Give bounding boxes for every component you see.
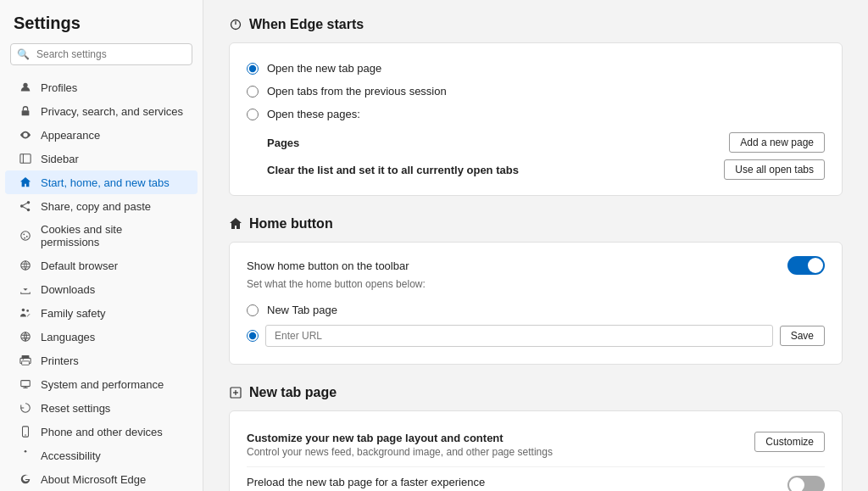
sidebar-label-about: About Microsoft Edge <box>41 473 146 486</box>
new-tab-icon <box>229 386 242 399</box>
pages-row: Pages Add a new page <box>247 126 825 156</box>
sidebar-item-profiles[interactable]: Profiles <box>5 75 198 99</box>
svg-rect-23 <box>22 361 30 365</box>
sidebar-label-reset: Reset settings <box>41 402 110 415</box>
system-icon <box>19 377 32 391</box>
share-icon <box>19 199 32 213</box>
sidebar-icon <box>19 152 32 165</box>
preload-toggle[interactable] <box>787 476 825 491</box>
sidebar-item-share[interactable]: Share, copy and paste <box>5 194 198 218</box>
sidebar-item-about[interactable]: About Microsoft Edge <box>5 467 198 491</box>
home-button-sublabel: Set what the home button opens below: <box>247 278 825 290</box>
search-container: 🔍 <box>10 43 192 65</box>
home-button-title: Home button <box>229 216 843 232</box>
sidebar-item-sidebar[interactable]: Sidebar <box>5 147 198 170</box>
when-edge-starts-title: When Edge starts <box>229 17 843 32</box>
svg-line-7 <box>22 203 29 206</box>
sidebar-label-appearance: Appearance <box>41 129 100 142</box>
url-field[interactable] <box>265 325 773 347</box>
svg-rect-24 <box>23 359 25 360</box>
svg-point-16 <box>22 309 25 312</box>
sidebar: Settings 🔍 Profiles Privacy, search, and… <box>0 0 203 491</box>
home-icon <box>19 176 32 189</box>
sidebar-item-printers[interactable]: Printers <box>5 349 198 372</box>
sidebar-item-languages[interactable]: Languages <box>5 325 198 349</box>
family-icon <box>19 306 32 320</box>
radio-url-input[interactable] <box>247 330 259 342</box>
sidebar-item-default-browser[interactable]: Default browser <box>5 254 198 277</box>
clear-row: Clear the list and set it to all current… <box>247 156 825 181</box>
sidebar-label-profiles: Profiles <box>41 81 77 94</box>
sidebar-item-cookies[interactable]: Cookies and site permissions <box>5 218 198 254</box>
svg-point-12 <box>24 237 25 239</box>
app-title: Settings <box>0 14 203 43</box>
home-button-card: Show home button on the toolbar Set what… <box>229 242 843 365</box>
sidebar-label-printers: Printers <box>41 354 79 367</box>
sidebar-label-family: Family safety <box>41 307 106 320</box>
use-all-open-tabs-button[interactable]: Use all open tabs <box>724 159 825 180</box>
customize-main-label: Customize your new tab page layout and c… <box>247 432 754 444</box>
power-icon <box>229 18 242 31</box>
phone-icon <box>19 425 32 438</box>
svg-point-18 <box>21 332 31 342</box>
download-icon <box>19 282 32 296</box>
sidebar-item-start-home[interactable]: Start, home, and new tabs <box>5 170 198 194</box>
sidebar-label-sidebar: Sidebar <box>41 153 79 165</box>
sidebar-item-accessibility[interactable]: Accessibility <box>5 444 198 467</box>
svg-rect-2 <box>20 154 31 164</box>
sidebar-label-start-home: Start, home, and new tabs <box>41 176 170 189</box>
radio-prev-session-input[interactable] <box>247 86 259 98</box>
cookie-icon <box>19 229 32 243</box>
svg-point-13 <box>21 261 31 271</box>
sidebar-item-reset[interactable]: Reset settings <box>5 396 198 420</box>
clear-label: Clear the list and set it to all current… <box>267 164 519 176</box>
show-home-button-label: Show home button on the toolbar <box>247 259 409 272</box>
new-tab-page-title: New tab page <box>229 385 843 400</box>
person-icon <box>19 81 32 94</box>
search-icon: 🔍 <box>17 48 30 60</box>
sidebar-label-downloads: Downloads <box>41 283 95 296</box>
radio-these-pages[interactable]: Open these pages: <box>247 103 825 126</box>
radio-new-tab[interactable]: Open the new tab page <box>247 57 825 80</box>
preload-row: Preload the new tab page for a faster ex… <box>247 466 825 491</box>
sidebar-label-languages: Languages <box>41 331 95 343</box>
sidebar-label-share: Share, copy and paste <box>41 200 151 213</box>
svg-line-8 <box>22 206 29 209</box>
sidebar-label-cookies: Cookies and site permissions <box>41 223 184 248</box>
eye-icon <box>19 128 32 142</box>
save-url-button[interactable]: Save <box>780 326 825 346</box>
customize-button[interactable]: Customize <box>754 432 825 452</box>
sidebar-item-system[interactable]: System and performance <box>5 372 198 396</box>
sidebar-label-privacy: Privacy, search, and services <box>41 105 183 118</box>
reset-icon <box>19 401 32 415</box>
home-section-icon <box>229 217 242 231</box>
preload-text-block: Preload the new tab page for a faster ex… <box>247 476 774 491</box>
svg-point-10 <box>23 233 25 235</box>
radio-new-tab-home-input[interactable] <box>247 304 259 316</box>
sidebar-label-accessibility: Accessibility <box>41 449 101 462</box>
svg-point-30 <box>25 450 27 453</box>
sidebar-item-family[interactable]: Family safety <box>5 301 198 325</box>
sidebar-item-appearance[interactable]: Appearance <box>5 123 198 147</box>
browser-icon <box>19 259 32 272</box>
radio-new-tab-input[interactable] <box>247 63 259 75</box>
customize-text-block: Customize your new tab page layout and c… <box>247 432 754 458</box>
sidebar-item-privacy[interactable]: Privacy, search, and services <box>5 99 198 123</box>
customize-row: Customize your new tab page layout and c… <box>247 425 825 461</box>
language-icon <box>19 330 32 343</box>
home-button-section: Home button Show home button on the tool… <box>229 216 843 365</box>
radio-prev-session[interactable]: Open tabs from the previous session <box>247 80 825 103</box>
search-input[interactable] <box>10 43 192 65</box>
pages-label: Pages <box>267 137 299 149</box>
radio-these-pages-input[interactable] <box>247 109 259 120</box>
printer-icon <box>19 354 32 367</box>
sidebar-item-phone[interactable]: Phone and other devices <box>5 420 198 444</box>
show-home-button-toggle[interactable] <box>787 256 825 275</box>
add-new-page-button[interactable]: Add a new page <box>729 132 825 153</box>
when-edge-starts-card: Open the new tab page Open tabs from the… <box>229 42 843 196</box>
sidebar-item-downloads[interactable]: Downloads <box>5 277 198 301</box>
sidebar-label-phone: Phone and other devices <box>41 426 163 438</box>
new-tab-page-section: New tab page Customize your new tab page… <box>229 385 843 491</box>
radio-new-tab-home[interactable]: New Tab page <box>247 299 825 321</box>
url-row: Save <box>247 321 825 350</box>
